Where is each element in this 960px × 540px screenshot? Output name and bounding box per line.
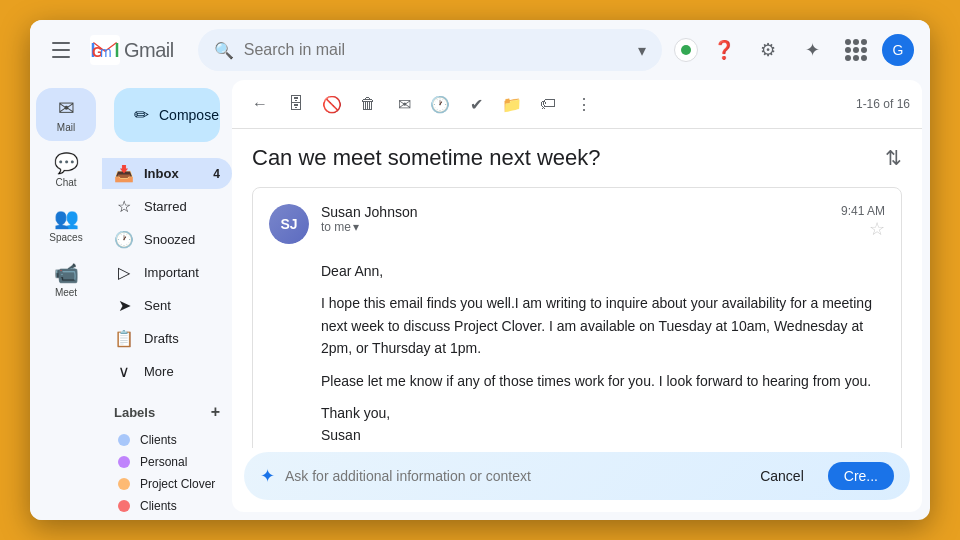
email-message: SJ Susan Johnson to me ▾ 9:41 AM bbox=[252, 187, 902, 448]
star-button[interactable]: ☆ bbox=[869, 219, 885, 239]
drafts-label: Drafts bbox=[144, 331, 179, 346]
nav-mail-label: Mail bbox=[57, 122, 75, 133]
label-dot-personal-1 bbox=[118, 456, 130, 468]
expand-recipients-icon[interactable]: ▾ bbox=[353, 220, 359, 234]
label-name-clients-1: Clients bbox=[140, 433, 177, 447]
starred-icon: ☆ bbox=[114, 197, 134, 216]
label-item-project-clover-1[interactable]: Project Clover bbox=[114, 473, 220, 495]
mail-icon: ✉ bbox=[58, 96, 75, 120]
delete-button[interactable]: 🗑 bbox=[352, 88, 384, 120]
back-button[interactable]: ← bbox=[244, 88, 276, 120]
move-to-inbox-button[interactable]: ✉ bbox=[388, 88, 420, 120]
snooze-button[interactable]: 🕐 bbox=[424, 88, 456, 120]
label-name-project-clover-1: Project Clover bbox=[140, 477, 215, 491]
email-greeting: Dear Ann, bbox=[321, 260, 885, 282]
more-chevron-icon: ∨ bbox=[114, 362, 134, 381]
top-icons: ❓ ⚙ ✦ G bbox=[674, 32, 914, 68]
email-closing: Thank you, bbox=[321, 402, 885, 424]
mark-done-button[interactable]: ✔ bbox=[460, 88, 492, 120]
sidebar-item-more[interactable]: ∨ More bbox=[102, 356, 232, 387]
ai-input[interactable] bbox=[285, 468, 736, 484]
drafts-icon: 📋 bbox=[114, 329, 134, 348]
label-dot-clients-2 bbox=[118, 500, 130, 512]
compose-button[interactable]: ✏ Compose bbox=[114, 88, 220, 142]
expand-icon[interactable]: ⇅ bbox=[885, 146, 902, 170]
important-label: Important bbox=[144, 265, 199, 280]
svg-text:m: m bbox=[100, 44, 112, 60]
ai-cancel-button[interactable]: Cancel bbox=[746, 462, 818, 490]
sidebar-item-drafts[interactable]: 📋 Drafts bbox=[102, 323, 232, 354]
apps-grid-icon bbox=[845, 39, 867, 61]
top-bar: G m Gmail 🔍 ▾ ❓ ⚙ ✦ G bbox=[30, 20, 930, 80]
email-signature: Susan bbox=[321, 424, 885, 446]
gemini-button[interactable]: ✦ bbox=[794, 32, 830, 68]
label-item-personal-1[interactable]: Personal bbox=[114, 451, 220, 473]
inbox-badge: 4 bbox=[213, 167, 220, 181]
app-title: Gmail bbox=[124, 39, 174, 62]
move-to-button[interactable]: 📁 bbox=[496, 88, 528, 120]
label-item-personal-2[interactable]: Personal bbox=[114, 517, 220, 520]
sidebar-item-sent[interactable]: ➤ Sent bbox=[102, 290, 232, 321]
search-icon: 🔍 bbox=[214, 41, 234, 60]
sent-icon: ➤ bbox=[114, 296, 134, 315]
labels-header: Labels + bbox=[114, 399, 220, 429]
sidebar-item-starred[interactable]: ☆ Starred bbox=[102, 191, 232, 222]
sender-name: Susan Johnson bbox=[321, 204, 829, 220]
search-bar[interactable]: 🔍 ▾ bbox=[198, 29, 662, 71]
label-dot-project-clover-1 bbox=[118, 478, 130, 490]
compose-icon: ✏ bbox=[134, 104, 149, 126]
email-meta: 9:41 AM ☆ bbox=[841, 204, 885, 240]
add-label-button[interactable]: + bbox=[211, 403, 220, 421]
sidebar-item-important[interactable]: ▷ Important bbox=[102, 257, 232, 288]
ai-create-button[interactable]: Cre... bbox=[828, 462, 894, 490]
left-nav: ✉ Mail 💬 Chat 👥 Spaces 📹 Meet bbox=[30, 80, 102, 520]
nav-item-mail[interactable]: ✉ Mail bbox=[36, 88, 96, 141]
email-header: SJ Susan Johnson to me ▾ 9:41 AM bbox=[253, 188, 901, 260]
account-avatar[interactable]: G bbox=[882, 34, 914, 66]
nav-item-spaces[interactable]: 👥 Spaces bbox=[36, 198, 96, 251]
more-options-button[interactable]: ⋮ bbox=[568, 88, 600, 120]
important-icon: ▷ bbox=[114, 263, 134, 282]
sender-avatar: SJ bbox=[269, 204, 309, 244]
sidebar-item-inbox[interactable]: 📥 Inbox 4 bbox=[102, 158, 232, 189]
green-status-dot bbox=[681, 45, 691, 55]
email-panel: ← 🗄 🚫 🗑 ✉ 🕐 ✔ 📁 🏷 ⋮ 1-16 of 16 Can we me… bbox=[232, 80, 922, 512]
email-time: 9:41 AM bbox=[841, 204, 885, 218]
sent-label: Sent bbox=[144, 298, 171, 313]
email-subject: Can we meet sometime next week? ⇅ bbox=[252, 145, 902, 171]
meet-icon: 📹 bbox=[54, 261, 79, 285]
more-label: More bbox=[144, 364, 174, 379]
chat-icon: 💬 bbox=[54, 151, 79, 175]
apps-button[interactable] bbox=[838, 32, 874, 68]
snoozed-label: Snoozed bbox=[144, 232, 195, 247]
sidebar-item-snoozed[interactable]: 🕐 Snoozed bbox=[102, 224, 232, 255]
gmail-logo-icon: G m bbox=[90, 35, 120, 65]
archive-button[interactable]: 🗄 bbox=[280, 88, 312, 120]
search-input[interactable] bbox=[244, 41, 628, 59]
email-body-p1: I hope this email finds you well.I am wr… bbox=[321, 292, 885, 359]
label-item-clients-2[interactable]: Clients bbox=[114, 495, 220, 517]
nav-spaces-label: Spaces bbox=[49, 232, 82, 243]
spaces-icon: 👥 bbox=[54, 206, 79, 230]
sender-info: Susan Johnson to me ▾ bbox=[321, 204, 829, 234]
help-button[interactable]: ❓ bbox=[706, 32, 742, 68]
hamburger-button[interactable] bbox=[46, 34, 78, 66]
gmail-logo: G m Gmail bbox=[90, 35, 174, 65]
inbox-label: Inbox bbox=[144, 166, 179, 181]
nav-item-chat[interactable]: 💬 Chat bbox=[36, 143, 96, 196]
label-name-clients-2: Clients bbox=[140, 499, 177, 513]
label-dot-clients-1 bbox=[118, 434, 130, 446]
report-spam-button[interactable]: 🚫 bbox=[316, 88, 348, 120]
label-button[interactable]: 🏷 bbox=[532, 88, 564, 120]
email-toolbar: ← 🗄 🚫 🗑 ✉ 🕐 ✔ 📁 🏷 ⋮ 1-16 of 16 bbox=[232, 80, 922, 129]
inbox-icon: 📥 bbox=[114, 164, 134, 183]
status-indicator[interactable] bbox=[674, 38, 698, 62]
nav-chat-label: Chat bbox=[55, 177, 76, 188]
nav-item-meet[interactable]: 📹 Meet bbox=[36, 253, 96, 306]
label-item-clients-1[interactable]: Clients bbox=[114, 429, 220, 451]
search-dropdown-icon[interactable]: ▾ bbox=[638, 41, 646, 60]
sidebar: ✏ Compose 📥 Inbox 4 ☆ Starred 🕐 Snoozed bbox=[102, 80, 232, 520]
settings-button[interactable]: ⚙ bbox=[750, 32, 786, 68]
ai-bar: ✦ Cancel Cre... bbox=[244, 452, 910, 500]
email-count: 1-16 of 16 bbox=[856, 97, 910, 111]
